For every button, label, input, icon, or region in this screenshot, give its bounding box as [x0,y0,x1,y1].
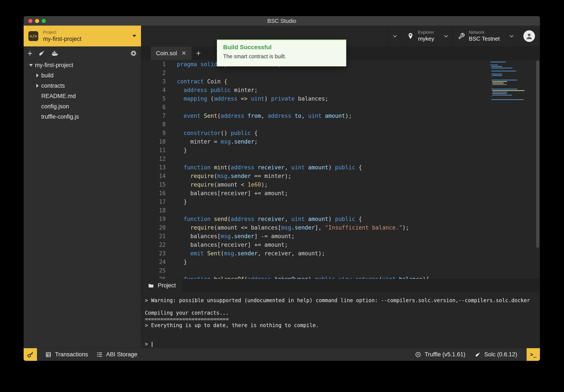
settings-button[interactable] [130,50,137,57]
code-line-22[interactable]: balances[receiver] += amount; [177,240,540,249]
network-dropdown-button[interactable] [505,26,518,46]
build-button[interactable] [38,50,45,57]
explorer-selector[interactable]: Explorer mykey [402,26,439,46]
project-code-icon: </> [28,31,38,41]
network-label: Network [469,30,500,35]
line-number: 1 [141,60,166,69]
code-line-15[interactable]: require(amount < 1e60); [177,180,540,189]
explorer-dropdown-button[interactable] [439,26,453,46]
close-window-button[interactable] [28,19,32,23]
tree-item-my-first-project[interactable]: my-first-project [24,60,141,70]
network-selector[interactable]: Network BSC Testnet [453,26,505,46]
code-line-19[interactable]: function send(address receiver, uint amo… [177,215,540,223]
line-number: 9 [141,129,166,137]
line-number: 24 [141,258,166,266]
code-line-23[interactable]: emit Sent(msg.sender, receiver, amount); [177,249,540,258]
line-number: 6 [141,103,166,112]
tab-coin-sol[interactable]: Coin.sol ✕ [151,47,192,60]
line-number: 4 [141,86,166,94]
minimap-line [490,65,498,65]
chevron-down-icon [508,33,515,39]
line-number: 26 [141,275,166,279]
code-line-5[interactable]: mapping (address => uint) private balanc… [177,94,540,103]
solc-version-label: Solc (0.6.12) [484,351,517,358]
toolbar-right: Explorer mykey Network BSC Testnet [388,26,540,46]
minimap-line [491,68,513,68]
code-line-11[interactable]: } [177,146,540,154]
tab-project-console[interactable]: Project [141,279,183,292]
hammer-icon [475,352,481,358]
status-bar: Transactions ABI Storage Truffle (v5.1.6… [24,348,540,361]
line-number: 20 [141,223,166,232]
code-line-3[interactable]: contract Coin { [177,77,540,86]
line-number: 18 [141,206,166,215]
minimap-line [492,83,504,84]
code-line-10[interactable]: minter = msg.sender; [177,137,540,146]
minimap-line [491,66,502,67]
code-line-16[interactable]: balances[receiver] += amount; [177,189,540,197]
build-toast[interactable]: Build Successful The smart contract is b… [217,39,346,66]
code-line-6[interactable] [177,103,540,112]
account-button[interactable] [523,30,535,42]
chevron-right-icon[interactable] [33,84,41,88]
truffle-version-label: Truffle (v5.1.61) [425,351,465,358]
zoom-window-button[interactable] [42,19,46,23]
code-line-9[interactable]: constructor() public { [177,129,540,137]
truffle-version[interactable]: Truffle (v5.1.61) [415,351,465,358]
line-number: 10 [141,137,166,146]
wrench-icon [458,33,465,40]
code-line-25[interactable] [177,266,540,275]
new-file-button[interactable]: + [28,49,32,57]
editor-scrollbar[interactable] [536,60,539,248]
code-line-12[interactable] [177,154,540,163]
code-line-17[interactable]: } [177,197,540,206]
terminal-button[interactable]: >_ [527,348,540,361]
code-line-14[interactable]: require(msg.sender == minter); [177,172,540,180]
project-selector[interactable]: </> Project my-first-project [24,26,141,46]
gear-icon [130,50,137,57]
folder-icon [148,283,154,289]
code-line-2[interactable] [177,69,540,77]
code-line-20[interactable]: require(amount <= balances[msg.sender], … [177,223,540,232]
list-icon [96,351,103,358]
new-tab-button[interactable]: + [192,47,205,60]
code-line-13[interactable]: function mint(address receiver, uint amo… [177,163,540,172]
close-tab-icon[interactable]: ✕ [181,50,186,56]
code-line-24[interactable]: } [177,258,540,266]
code-line-8[interactable] [177,120,540,129]
tree-item-README.md[interactable]: README.md [24,91,141,101]
line-number: 16 [141,189,166,197]
tree-item-build[interactable]: build [24,70,141,81]
tree-item-truffle-config.js[interactable]: truffle-config.js [24,112,141,122]
console-output[interactable]: > Warning: possible unsupported (undocum… [141,292,540,348]
abi-storage-button[interactable]: ABI Storage [96,351,138,358]
keys-button[interactable] [24,348,37,361]
code-line-26[interactable]: function balanceOf(address tokenOwner) p… [177,275,540,279]
tree-item-label: build [41,72,54,79]
minimap-gap [490,72,524,73]
code-line-18[interactable] [177,206,540,215]
minimap-line [491,89,518,89]
code-line-7[interactable]: event Sent(address from, address to, uin… [177,112,540,120]
transactions-icon [45,351,52,358]
tree-item-contracts[interactable]: contracts [24,81,141,91]
console-line: > [145,341,540,347]
code-line-21[interactable]: balances[msg.sender] -= amount; [177,232,540,240]
toolbar-dropdown-button[interactable] [388,26,401,46]
tree-item-label: contracts [41,83,65,89]
minimap[interactable] [490,62,524,101]
tree-item-config.json[interactable]: config.json [24,101,141,112]
minimap-gap [490,63,524,64]
minimap-line [491,71,516,71]
code-line-4[interactable]: address public minter; [177,86,540,94]
chevron-right-icon[interactable] [33,73,41,77]
key-icon [27,351,34,358]
transactions-button[interactable]: Transactions [45,351,88,358]
line-number: 19 [141,215,166,223]
minimize-window-button[interactable] [35,19,39,23]
docker-button[interactable] [51,50,58,57]
code-editor[interactable]: 1234567891011121314151617181920212223242… [141,60,540,279]
chevron-down-icon[interactable] [27,64,35,66]
code-content[interactable]: pragma solidity >=0.5.0 <0.7.0;contract … [177,60,540,279]
solc-version[interactable]: Solc (0.6.12) [475,351,517,358]
